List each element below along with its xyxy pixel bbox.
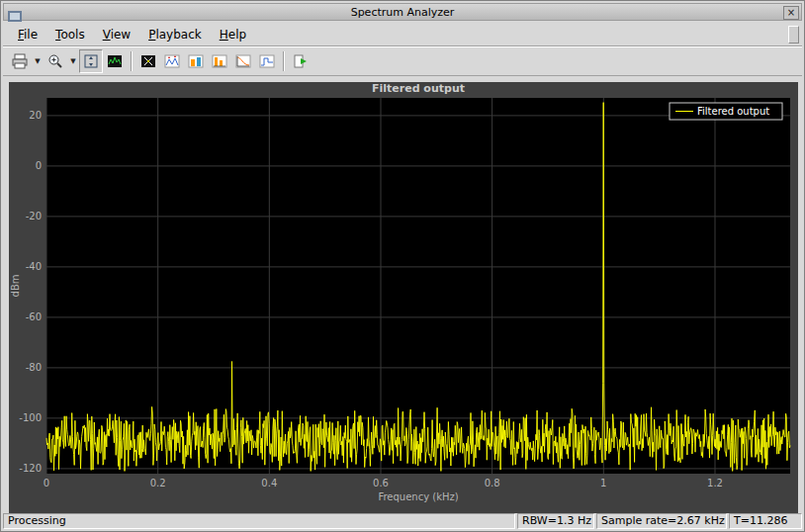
status-time: T=11.286 xyxy=(729,513,802,529)
menu-help[interactable]: Help xyxy=(211,25,255,44)
export-dropdown[interactable]: ▼ xyxy=(32,49,44,73)
window-titlebar[interactable]: Spectrum Analyzer × xyxy=(3,3,802,21)
ccdf-measurements-icon xyxy=(235,53,251,69)
toolbar-separator xyxy=(131,51,133,71)
fit-view-button[interactable] xyxy=(79,49,103,73)
spectrum-settings-button[interactable] xyxy=(103,49,127,73)
channel-measurements-button[interactable] xyxy=(184,49,208,73)
window-title: Spectrum Analyzer xyxy=(4,6,801,19)
channel-measurements-icon xyxy=(188,53,204,69)
spectral-mask-button[interactable] xyxy=(255,49,279,73)
status-rbw: RBW=1.3 Hz xyxy=(517,513,594,529)
x-tick-label: 0 xyxy=(44,478,49,488)
fit-view-icon xyxy=(83,53,99,69)
distortion-measurements-icon xyxy=(212,53,227,69)
y-axis-label: dBm xyxy=(10,275,21,298)
menu-grip[interactable] xyxy=(788,26,799,44)
peak-finder-button[interactable] xyxy=(160,49,184,73)
export-icon xyxy=(12,53,28,69)
menu-tools[interactable]: Tools xyxy=(46,25,94,44)
cursor-measurements-icon xyxy=(140,53,156,69)
x-tick-label: 0.6 xyxy=(373,478,389,488)
tool-bar: ▼ ▼ xyxy=(3,46,802,76)
step-forward-button[interactable] xyxy=(289,49,313,73)
y-tick-label: -80 xyxy=(26,362,42,373)
status-bar: Processing RBW=1.3 Hz Sample rate=2.67 k… xyxy=(3,513,802,529)
y-tick-label: -100 xyxy=(19,412,42,423)
peak-finder-icon xyxy=(164,53,180,69)
export-button[interactable] xyxy=(8,49,32,73)
distortion-measurements-button[interactable] xyxy=(208,49,231,73)
y-tick-label: -120 xyxy=(19,463,42,474)
y-tick-label: 0 xyxy=(36,160,42,171)
x-tick-label: 1 xyxy=(600,478,606,488)
x-axis-label: Frequency (kHz) xyxy=(378,491,458,502)
window-close-button[interactable]: × xyxy=(783,6,799,20)
y-tick-label: 20 xyxy=(29,110,42,121)
ccdf-measurements-button[interactable] xyxy=(231,49,255,73)
menu-view[interactable]: View xyxy=(94,25,139,44)
spectrum-settings-icon xyxy=(107,53,123,69)
plot-title: Filtered output xyxy=(372,82,465,95)
x-tick-label: 1.2 xyxy=(707,478,723,488)
y-tick-label: -60 xyxy=(26,311,42,322)
x-tick-label: 0.2 xyxy=(150,478,166,488)
cursor-measurements-button[interactable] xyxy=(136,49,160,73)
plot-panel: 00.20.40.60.811.2200-20-40-60-80-100-120… xyxy=(9,82,798,513)
spectral-mask-icon xyxy=(259,53,275,69)
y-tick-label: -40 xyxy=(26,261,42,272)
menu-bar: File Tools View Playback Help xyxy=(3,23,802,46)
y-tick-label: -20 xyxy=(26,211,42,222)
menu-file[interactable]: File xyxy=(9,25,46,44)
zoom-in-button[interactable] xyxy=(44,49,67,73)
zoom-in-icon xyxy=(47,53,63,69)
spectrum-analyzer-window: Spectrum Analyzer × File Tools View Play… xyxy=(0,0,805,532)
toolbar-separator xyxy=(283,51,285,71)
zoom-dropdown[interactable]: ▼ xyxy=(67,49,79,73)
status-message: Processing xyxy=(3,513,515,529)
status-sample-rate: Sample rate=2.67 kHz xyxy=(596,513,727,529)
x-tick-label: 0.4 xyxy=(261,478,277,488)
x-tick-label: 0.8 xyxy=(485,478,500,488)
menu-playback[interactable]: Playback xyxy=(139,25,211,44)
legend-label: Filtered output xyxy=(697,106,769,117)
step-forward-icon xyxy=(293,53,309,69)
spectrum-plot[interactable]: 00.20.40.60.811.2200-20-40-60-80-100-120… xyxy=(9,82,798,513)
